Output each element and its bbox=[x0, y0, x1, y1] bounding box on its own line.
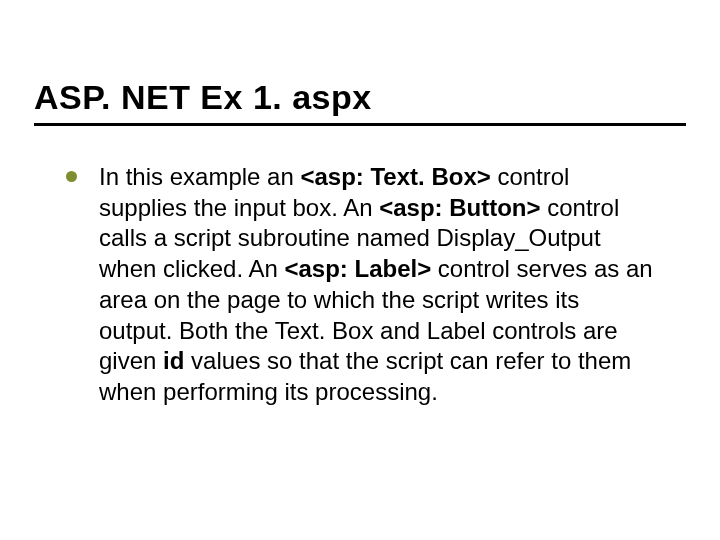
body-block: In this example an <asp: Text. Box> cont… bbox=[66, 162, 660, 408]
title-block: ASP. NET Ex 1. aspx bbox=[34, 78, 686, 126]
bullet-item: In this example an <asp: Text. Box> cont… bbox=[66, 162, 660, 408]
title-underline bbox=[34, 123, 686, 126]
slide: ASP. NET Ex 1. aspx In this example an <… bbox=[0, 0, 720, 540]
bullet-dot-icon bbox=[66, 171, 77, 182]
bullet-text: In this example an <asp: Text. Box> cont… bbox=[99, 162, 659, 408]
slide-title: ASP. NET Ex 1. aspx bbox=[34, 78, 686, 117]
